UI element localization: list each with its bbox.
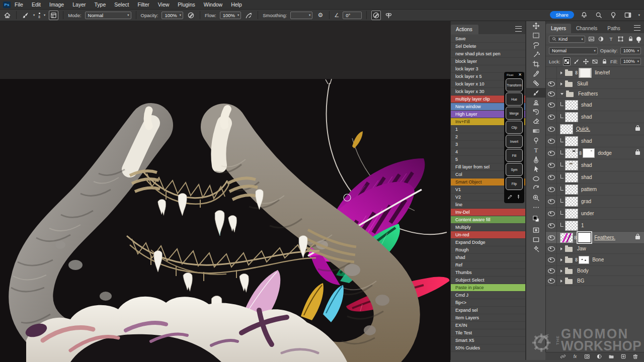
layer-row-skull[interactable]: Skull	[546, 79, 644, 89]
visibility-eye-icon[interactable]	[546, 79, 557, 88]
layer-name[interactable]: shad	[581, 162, 592, 168]
history-brush-tool[interactable]	[526, 107, 545, 117]
opacity-dropdown[interactable]: 100%▾	[162, 12, 183, 19]
lock-artboard-icon[interactable]	[592, 58, 598, 65]
visibility-eye-icon[interactable]	[546, 244, 557, 253]
filter-shape-layers-icon[interactable]	[617, 35, 624, 43]
menu-select[interactable]: Select	[114, 2, 129, 8]
layer-mask-thumbnail[interactable]	[578, 232, 591, 243]
action-item-ref[interactable]: Ref	[451, 261, 525, 269]
close-icon[interactable]: ✕	[518, 73, 522, 76]
visibility-eye-icon[interactable]	[546, 208, 557, 219]
healing-tool[interactable]	[526, 78, 545, 88]
layer-thumbnail[interactable]	[565, 100, 578, 110]
pen-tool[interactable]	[526, 155, 545, 164]
float-button-invert[interactable]: Invert	[506, 135, 523, 148]
action-item-thumbs[interactable]: Thumbs	[451, 269, 525, 277]
screen-mode-tool[interactable]	[526, 235, 545, 244]
layer-thumbnail[interactable]	[565, 221, 578, 231]
action-item-cmd-j[interactable]: Cmd J	[451, 292, 525, 299]
path-selection-tool[interactable]	[526, 164, 545, 174]
kind-filter-dropdown[interactable]: Kind▾	[549, 36, 585, 43]
layer-row-shad[interactable]: shad	[546, 171, 644, 184]
brush-tool[interactable]	[526, 88, 545, 98]
edit-toolbar-tool[interactable]	[526, 203, 545, 212]
disclosure-triangle[interactable]	[560, 247, 562, 250]
adjustment-icon[interactable]	[595, 352, 603, 360]
layer-thumbnail[interactable]	[565, 136, 578, 146]
tab-layers[interactable]: Layers	[546, 24, 571, 33]
brush-tool-preset-icon[interactable]	[21, 11, 30, 20]
action-item-un-red[interactable]: Un-red	[451, 231, 525, 239]
pencil-icon[interactable]	[507, 193, 513, 202]
layer-row-under[interactable]: under	[546, 208, 644, 220]
pressure-opacity-icon[interactable]	[187, 11, 195, 20]
quick-mask-tool[interactable]	[526, 225, 545, 235]
lock-transparency-icon[interactable]	[563, 57, 571, 66]
disclosure-triangle[interactable]	[560, 93, 564, 95]
layer-row-body[interactable]: Body	[546, 266, 644, 276]
layer-row-shad[interactable]: shad	[546, 135, 644, 147]
panel-menu-icon[interactable]	[634, 25, 640, 31]
chevron-down-icon[interactable]: ▾	[44, 13, 45, 17]
visibility-eye-icon[interactable]	[546, 123, 557, 135]
visibility-eye-icon[interactable]	[546, 254, 557, 265]
layer-thumbnail[interactable]	[565, 148, 578, 158]
visibility-eye-icon[interactable]	[546, 159, 557, 171]
action-item-content-aware-fill[interactable]: Content aware fill	[451, 216, 525, 224]
chevron-down-icon[interactable]: ▾	[638, 13, 640, 17]
layer-mask-thumbnail[interactable]	[583, 148, 595, 158]
float-button-hue[interactable]: Hue	[506, 93, 523, 106]
menu-image[interactable]: Image	[49, 2, 64, 8]
action-item-rough[interactable]: Rough	[451, 246, 525, 254]
delete-icon[interactable]	[631, 352, 639, 360]
layer-thumbnail[interactable]	[565, 209, 578, 219]
menu-window[interactable]: Window	[204, 2, 222, 8]
action-item-tile-test[interactable]: Tile Test	[451, 329, 525, 337]
share-button[interactable]: Share	[550, 11, 574, 19]
filter-toggle-switch[interactable]	[636, 37, 641, 41]
visibility-eye-icon[interactable]	[546, 266, 557, 276]
object-selection-tool[interactable]	[526, 50, 545, 59]
layer-row-shad[interactable]: shad	[546, 99, 644, 111]
lock-position-icon[interactable]	[583, 58, 589, 65]
disclosure-triangle[interactable]	[560, 258, 562, 261]
float-button-sym[interactable]: Sym	[506, 163, 523, 176]
action-item-paste-in-place[interactable]: Paste in place	[451, 284, 525, 292]
menu-layer[interactable]: Layer	[72, 2, 86, 8]
smoothing-field[interactable]: ▾	[290, 12, 312, 19]
visibility-eye-empty[interactable]	[546, 67, 557, 78]
visibility-eye-icon[interactable]	[546, 89, 557, 99]
layer-row-pattern[interactable]: pattern	[546, 184, 644, 196]
group-icon[interactable]	[607, 352, 615, 360]
float-button-flip[interactable]: Flip	[506, 177, 523, 190]
pressure-size-icon[interactable]	[371, 11, 381, 20]
search-icon[interactable]	[595, 11, 603, 19]
airbrush-icon[interactable]	[245, 11, 253, 20]
actions-tab[interactable]: Actions	[451, 25, 478, 34]
lock-all-icon[interactable]	[601, 58, 607, 65]
chevron-down-icon[interactable]: ▾	[33, 13, 35, 17]
filter-adjustment-layers-icon[interactable]	[597, 35, 605, 43]
action-item-expand-dodge[interactable]: Expand Dodge	[451, 239, 525, 246]
document-canvas[interactable]	[0, 79, 450, 362]
action-item-ex-in[interactable]: EX/IN	[451, 322, 525, 329]
layer-row-1[interactable]: 1	[546, 220, 644, 232]
layer-name[interactable]: BG	[577, 278, 584, 284]
menu-filter[interactable]: Filter	[137, 2, 149, 8]
gradient-tool[interactable]	[526, 126, 545, 136]
filter-type-layers-icon[interactable]: T	[607, 35, 615, 43]
layer-name[interactable]: under	[581, 211, 594, 216]
visibility-eye-icon[interactable]	[546, 111, 557, 123]
layer-row-bg[interactable]: BG	[546, 276, 644, 286]
tab-channels[interactable]: Channels	[571, 24, 602, 33]
filter-smart-object-icon[interactable]	[627, 35, 634, 43]
crop-tool[interactable]	[526, 59, 545, 69]
canvas-pasteboard[interactable]	[0, 21, 450, 362]
layer-blend-mode-dropdown[interactable]: Normal▾	[549, 47, 598, 54]
action-item-new-shad-plus-set-pen[interactable]: new shad plus set pen	[451, 50, 525, 58]
menu-edit[interactable]: Edit	[32, 2, 41, 8]
action-item-shad[interactable]: shad	[451, 254, 525, 261]
add-mask-icon[interactable]	[583, 352, 591, 360]
menu-plugins[interactable]: Plugins	[178, 2, 195, 8]
